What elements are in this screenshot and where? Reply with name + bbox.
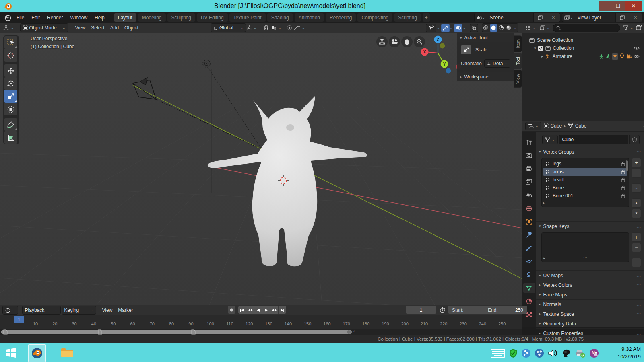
taskbar-clock[interactable]: 9:32 AM 10/2/2019 — [617, 345, 641, 360]
tab-tool[interactable] — [523, 137, 535, 147]
audio-manager-icon[interactable] — [562, 348, 572, 358]
tab-modifiers[interactable] — [523, 230, 535, 240]
workspace-tab-animation[interactable]: Animation — [295, 13, 324, 22]
tool-scale[interactable] — [4, 90, 17, 103]
tool-transform[interactable] — [4, 103, 17, 115]
tab-scene[interactable] — [523, 190, 535, 200]
close-button[interactable]: ✕ — [625, 1, 642, 11]
tab-object[interactable] — [523, 217, 535, 226]
play-button[interactable] — [262, 306, 270, 314]
vertex-group-move-down-button[interactable]: ▼ — [632, 209, 641, 218]
mesh-id-icon-button[interactable]: ⌄ — [542, 135, 558, 144]
visibility-eye-icon[interactable] — [634, 46, 640, 50]
workspace-tab-compositing[interactable]: Compositing — [357, 13, 392, 22]
shape-key-remove-button[interactable]: − — [632, 243, 641, 252]
panel-geometry-data[interactable]: ▸Geometry Data:::: — [536, 319, 644, 328]
list-expand-row[interactable]: ▸ :::: — [543, 200, 627, 206]
taskbar-blender-app[interactable] — [28, 344, 46, 362]
npanel-tab-item[interactable]: Item — [514, 35, 522, 52]
viewport-menu-add[interactable]: Add — [107, 23, 122, 33]
list-expand-row[interactable]: ▸ :::: — [543, 255, 627, 261]
panel-vertex-colors[interactable]: ▸Vertex Colors:::: — [536, 280, 644, 290]
vertex-group-move-up-button[interactable]: ▲ — [632, 198, 641, 208]
jump-to-start-button[interactable] — [238, 306, 246, 314]
shading-material-button[interactable] — [497, 24, 505, 32]
show-gizmo-button[interactable] — [441, 24, 450, 32]
pivot-point-button[interactable]: ⌄ — [244, 23, 260, 33]
auto-keying-record-button[interactable] — [228, 306, 235, 314]
prev-keyframe-button[interactable] — [246, 306, 254, 314]
timeline-scrollbar[interactable] — [1, 330, 352, 334]
workspace-tab-scripting[interactable]: Scripting — [394, 13, 421, 22]
workspace-tab-uv-editing[interactable]: UV Editing — [197, 13, 228, 22]
visibility-eye-icon[interactable] — [634, 54, 640, 58]
scrollbar-expand-icon[interactable]: ‹ — [353, 329, 355, 333]
properties-editor-type-button[interactable]: ⌄ — [525, 122, 541, 130]
view-layer-selector[interactable]: ⌄ View Layer ✕ — [562, 13, 642, 22]
orientation-dropdown[interactable]: Global ⌄ — [211, 23, 246, 32]
view-layer-icon[interactable]: ⌄ — [562, 13, 575, 22]
snap-target-button[interactable]: ⌄ — [269, 23, 284, 33]
show-overlays-button[interactable] — [454, 24, 462, 32]
xray-toggle-button[interactable] — [470, 24, 478, 32]
volume-icon[interactable] — [548, 348, 558, 358]
vertex-group-row-legs[interactable]: legs — [543, 160, 627, 168]
shading-solid-button[interactable] — [490, 24, 497, 32]
vertex-group-remove-button[interactable]: − — [632, 169, 641, 178]
new-collection-button[interactable] — [636, 25, 642, 31]
current-frame-field[interactable]: 1 — [406, 306, 436, 314]
active-tool-panel-header[interactable]: ▾ Active Tool :::: — [457, 33, 514, 42]
tab-output[interactable] — [523, 164, 535, 173]
workspace-tab-rendering[interactable]: Rendering — [326, 13, 356, 22]
camera-view-button[interactable] — [389, 36, 400, 47]
panel-face-maps[interactable]: ▸Face Maps:::: — [536, 290, 644, 299]
viewport-menu-select[interactable]: Select — [88, 23, 107, 33]
motion-icon[interactable] — [605, 54, 610, 59]
tool-orientation-dropdown[interactable]: Defa ⌄ — [484, 59, 510, 68]
network-share-icon[interactable] — [521, 348, 531, 358]
panel-uv-maps[interactable]: ▸UV Maps:::: — [536, 270, 644, 280]
fake-user-shield-button[interactable] — [629, 135, 640, 144]
view-layer-remove-button[interactable]: ✕ — [629, 13, 642, 22]
timeline-menu-view[interactable]: View — [99, 305, 116, 315]
view-layer-name[interactable]: View Layer — [575, 15, 615, 21]
workspace-tab-layout[interactable]: Layout — [114, 13, 136, 22]
scene-icon[interactable]: ⌄ — [475, 13, 487, 22]
lock-open-icon[interactable] — [621, 169, 625, 174]
tab-physics[interactable] — [523, 257, 535, 266]
shading-rendered-button[interactable] — [505, 24, 513, 32]
use-preview-range-button[interactable] — [438, 306, 447, 314]
menu-render[interactable]: Render — [43, 12, 66, 23]
tab-object-data[interactable] — [523, 283, 535, 293]
timeline-menu-marker[interactable]: Marker — [115, 305, 136, 315]
pose-icon[interactable] — [599, 54, 604, 59]
workspace-tab-modeling[interactable]: Modeling — [138, 13, 166, 22]
mode-dropdown[interactable]: Object Mode ⌄ — [20, 23, 68, 32]
pan-view-button[interactable] — [401, 36, 413, 47]
lock-open-icon[interactable] — [621, 185, 625, 190]
shape-key-add-button[interactable]: + — [632, 232, 641, 242]
vertex-groups-panel-header[interactable]: ▾ Vertex Groups :::: — [536, 147, 644, 156]
tool-select-box[interactable] — [4, 36, 17, 49]
collection-checkbox[interactable] — [538, 46, 543, 51]
outliner-row-scene-collection[interactable]: Scene Collection — [525, 36, 641, 44]
npanel-tab-view[interactable]: View — [514, 70, 522, 88]
keying-menu[interactable]: Keying⌄ — [62, 306, 96, 315]
shape-keys-panel-header[interactable]: ▾ Shape Keys :::: — [536, 221, 644, 231]
play-reverse-button[interactable] — [254, 306, 262, 314]
workspace-tab-texture-paint[interactable]: Texture Paint — [229, 13, 266, 22]
mesh-name-field[interactable]: Cube — [559, 135, 628, 144]
tab-render[interactable] — [523, 150, 535, 160]
touch-keyboard-icon[interactable] — [491, 348, 505, 358]
menu-help[interactable]: Help — [91, 12, 108, 23]
proportional-editing-button[interactable]: ⌄ — [284, 23, 308, 33]
vertex-group-row-head[interactable]: head — [543, 176, 627, 184]
tool-move[interactable] — [4, 64, 17, 77]
workspace-panel-header[interactable]: ▸ Workspace :::: — [457, 72, 514, 81]
print-queue-icon[interactable] — [575, 348, 586, 358]
vertex-group-add-button[interactable]: + — [632, 158, 641, 167]
panel-texture-space[interactable]: ▸Texture Space:::: — [536, 309, 644, 319]
workspace-tab-sculpting[interactable]: Sculpting — [167, 13, 195, 22]
menu-edit[interactable]: Edit — [28, 12, 43, 23]
lock-open-icon[interactable] — [621, 193, 625, 198]
